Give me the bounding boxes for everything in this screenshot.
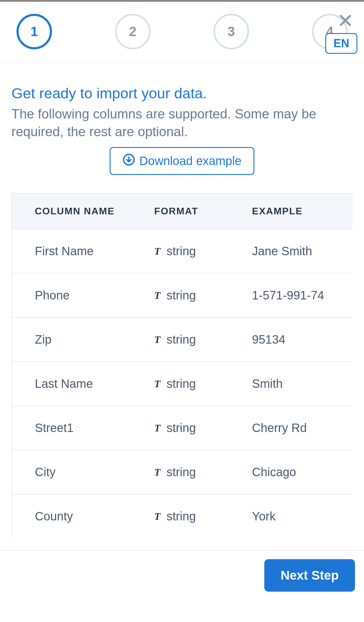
table-row: First Name T string Jane Smith <box>12 229 353 273</box>
step-2[interactable]: 2 <box>115 14 150 49</box>
download-wrap: Download example <box>11 147 353 175</box>
format-label: string <box>166 244 196 258</box>
cell-column-name: Zip <box>12 317 148 362</box>
format-label: string <box>166 465 196 479</box>
content-area: Get ready to import your data. The follo… <box>0 63 364 550</box>
text-type-icon: T <box>154 511 161 522</box>
footer: Next Step <box>0 550 364 604</box>
text-type-icon: T <box>154 467 161 478</box>
header-format: FORMAT <box>148 194 244 229</box>
page-subtitle: The following columns are supported. Som… <box>11 105 353 141</box>
page-title: Get ready to import your data. <box>11 84 353 103</box>
cell-format: T string <box>148 229 244 273</box>
cell-example: 1-571-991-74 <box>244 273 353 317</box>
format-label: string <box>166 333 196 346</box>
columns-table: COLUMN NAME FORMAT EXAMPLE First Name T … <box>12 194 353 538</box>
language-button[interactable]: EN <box>325 33 357 54</box>
cell-example: 95134 <box>244 317 353 362</box>
header-column-name: COLUMN NAME <box>12 194 148 229</box>
cell-example: Cherry Rd <box>244 406 353 450</box>
step-1[interactable]: 1 <box>17 14 52 49</box>
next-step-button[interactable]: Next Step <box>264 559 355 592</box>
cell-example: Smith <box>244 362 353 406</box>
cell-example: Chicago <box>244 450 353 494</box>
download-icon <box>123 153 135 169</box>
download-example-label: Download example <box>139 154 241 168</box>
cell-format: T string <box>148 317 244 362</box>
cell-column-name: Last Name <box>12 362 148 406</box>
cell-format: T string <box>148 450 244 494</box>
cell-example: Jane Smith <box>244 229 353 273</box>
columns-table-wrap: COLUMN NAME FORMAT EXAMPLE First Name T … <box>11 193 353 538</box>
table-row: Street1 T string Cherry Rd <box>12 406 353 450</box>
cell-column-name: First Name <box>12 229 148 273</box>
format-label: string <box>166 289 196 302</box>
cell-format: T string <box>148 362 244 406</box>
close-icon[interactable] <box>338 13 353 29</box>
text-type-icon: T <box>154 422 161 434</box>
format-label: string <box>166 421 196 435</box>
cell-column-name: County <box>12 494 148 538</box>
cell-format: T string <box>148 494 244 538</box>
table-row: Last Name T string Smith <box>12 362 353 406</box>
stepper-header: 1 2 3 4 EN <box>0 2 364 63</box>
cell-format: T string <box>148 273 244 317</box>
table-row: Zip T string 95134 <box>12 317 353 362</box>
header-example: EXAMPLE <box>244 194 353 229</box>
table-row: County T string York <box>12 494 353 538</box>
table-row: Phone T string 1-571-991-74 <box>12 273 353 317</box>
cell-column-name: City <box>12 450 148 494</box>
format-label: string <box>166 377 196 391</box>
stepper: 1 2 3 4 <box>17 14 347 49</box>
format-label: string <box>166 510 196 523</box>
table-header-row: COLUMN NAME FORMAT EXAMPLE <box>12 194 353 229</box>
table-body: First Name T string Jane Smith Phone T <box>12 229 353 538</box>
download-example-button[interactable]: Download example <box>110 147 254 175</box>
cell-column-name: Phone <box>12 273 148 317</box>
text-type-icon: T <box>154 378 161 390</box>
text-type-icon: T <box>154 290 161 301</box>
step-3[interactable]: 3 <box>214 14 249 49</box>
cell-column-name: Street1 <box>12 406 148 450</box>
table-row: City T string Chicago <box>12 450 353 494</box>
cell-format: T string <box>148 406 244 450</box>
text-type-icon: T <box>154 246 161 257</box>
cell-example: York <box>244 494 353 538</box>
text-type-icon: T <box>154 334 161 345</box>
